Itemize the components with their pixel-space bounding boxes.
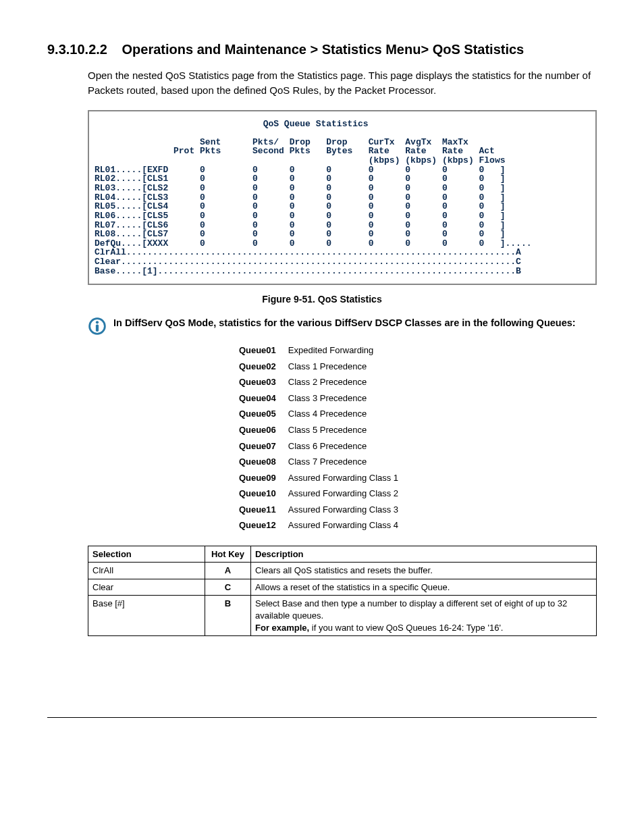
- selection-cell: Base [#]: [88, 596, 205, 636]
- table-row: Queue09Assured Forwarding Class 1: [236, 470, 408, 486]
- table-row: Queue12Assured Forwarding Class 4: [236, 517, 408, 533]
- svg-point-1: [96, 321, 99, 323]
- queue-desc: Assured Forwarding Class 2: [286, 486, 408, 502]
- queue-name: Queue08: [236, 454, 286, 470]
- queue-name: Queue06: [236, 422, 286, 438]
- table-row: Queue11Assured Forwarding Class 3: [236, 502, 408, 518]
- section-title: Operations and Maintenance > Statistics …: [122, 42, 525, 57]
- queue-name: Queue07: [236, 438, 286, 454]
- queue-name: Queue11: [236, 502, 286, 518]
- queue-desc: Class 4 Precedence: [286, 406, 408, 422]
- queue-desc: Assured Forwarding Class 4: [286, 517, 408, 533]
- table-row: ClrAllAClears all QoS statistics and res…: [88, 563, 597, 579]
- description-cell: Clears all QoS statistics and resets the…: [251, 563, 597, 579]
- queue-name: Queue09: [236, 470, 286, 486]
- section-heading: 9.3.10.2.2 Operations and Maintenance > …: [47, 41, 597, 59]
- console-figure: QoS Queue Statistics Sent Pkts/ Drop Dro…: [88, 110, 597, 286]
- intro-paragraph: Open the nested QoS Statistics page from…: [88, 68, 597, 98]
- figure-caption: Figure 9-51. QoS Statistics: [47, 293, 597, 306]
- table-row: Queue08Class 7 Precedence: [236, 454, 408, 470]
- queue-name: Queue04: [236, 390, 286, 407]
- queue-desc: Expedited Forwarding: [286, 342, 408, 359]
- hotkey-cell: C: [205, 579, 251, 596]
- queue-name: Queue02: [236, 359, 286, 375]
- table-row: Queue03Class 2 Precedence: [236, 374, 408, 390]
- table-row: Base [#]BSelect Base and then type a num…: [88, 596, 597, 636]
- queue-desc: Class 6 Precedence: [286, 438, 408, 454]
- selection-cell: Clear: [88, 579, 205, 596]
- selection-header: Selection: [88, 546, 205, 563]
- info-icon: [88, 317, 107, 336]
- queue-desc: Assured Forwarding Class 1: [286, 470, 408, 486]
- description-cell: Select Base and then type a number to di…: [251, 596, 597, 636]
- table-row: Queue01Expedited Forwarding: [236, 342, 408, 359]
- console-text: QoS Queue Statistics Sent Pkts/ Drop Dro…: [95, 120, 590, 276]
- hotkey-header: Hot Key: [205, 546, 251, 563]
- section-number: 9.3.10.2.2: [47, 41, 107, 59]
- queue-name: Queue03: [236, 374, 286, 390]
- description-cell: Allows a reset of the statistics in a sp…: [251, 579, 597, 596]
- table-row: Queue02Class 1 Precedence: [236, 359, 408, 375]
- queue-table: Queue01Expedited ForwardingQueue02Class …: [236, 342, 408, 533]
- queue-name: Queue10: [236, 486, 286, 502]
- queue-desc: Class 2 Precedence: [286, 374, 408, 390]
- table-row: Queue05Class 4 Precedence: [236, 406, 408, 422]
- note-block: In DiffServ QoS Mode, statistics for the…: [88, 317, 597, 336]
- queue-desc: Class 7 Precedence: [286, 454, 408, 470]
- table-row: Queue07Class 6 Precedence: [236, 438, 408, 454]
- table-row: Queue04Class 3 Precedence: [236, 390, 408, 407]
- table-row: Queue06Class 5 Precedence: [236, 422, 408, 438]
- svg-rect-2: [96, 325, 99, 332]
- hotkey-cell: A: [205, 563, 251, 579]
- description-header: Description: [251, 546, 597, 563]
- selection-table: Selection Hot Key Description ClrAllACle…: [88, 546, 597, 636]
- queue-desc: Class 1 Precedence: [286, 359, 408, 375]
- note-text: In DiffServ QoS Mode, statistics for the…: [113, 317, 576, 330]
- selection-cell: ClrAll: [88, 563, 205, 579]
- queue-name: Queue05: [236, 406, 286, 422]
- queue-desc: Class 3 Precedence: [286, 390, 408, 407]
- table-row: ClearCAllows a reset of the statistics i…: [88, 579, 597, 596]
- hotkey-cell: B: [205, 596, 251, 636]
- queue-name: Queue01: [236, 342, 286, 359]
- queue-name: Queue12: [236, 517, 286, 533]
- table-row: Queue10Assured Forwarding Class 2: [236, 486, 408, 502]
- footer-rule: [47, 717, 597, 718]
- queue-desc: Class 5 Precedence: [286, 422, 408, 438]
- queue-desc: Assured Forwarding Class 3: [286, 502, 408, 518]
